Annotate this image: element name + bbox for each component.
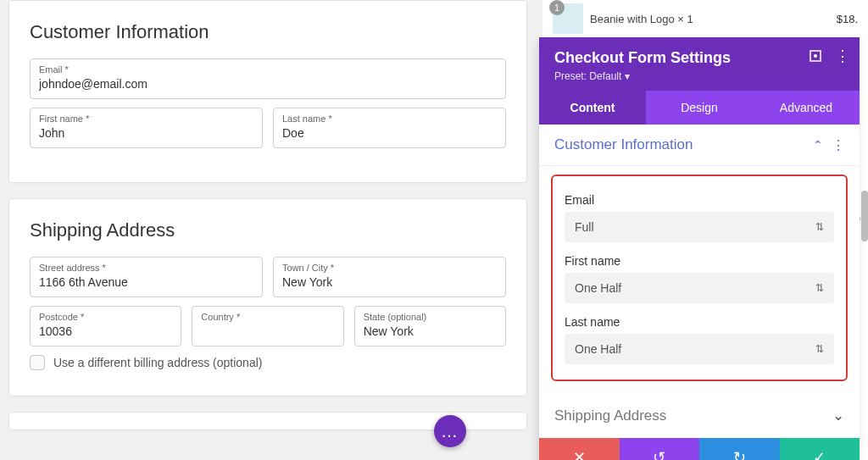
panel-header[interactable]: Checkout Form Settings Preset: Default ▾… [539, 37, 860, 91]
last-name-field[interactable]: Last name * [273, 108, 506, 148]
sort-icon: ⇅ [815, 343, 824, 355]
field-width-options-box: Email Full ⇅ First name One Half ⇅ Last … [551, 175, 848, 381]
customer-info-heading: Customer Information [30, 21, 506, 43]
kebab-menu-icon[interactable]: ⋮ [836, 49, 849, 63]
close-icon: ✕ [573, 448, 586, 460]
sort-icon: ⇅ [815, 282, 824, 294]
opt-last-value: One Half [575, 342, 621, 356]
country-input[interactable] [201, 324, 334, 338]
shipping-card: Shipping Address Street address * Town /… [8, 198, 527, 396]
caret-down-icon: ▾ [621, 70, 629, 82]
town-input[interactable] [282, 275, 497, 289]
first-name-field[interactable]: First name * [30, 108, 263, 148]
street-field[interactable]: Street address * [30, 257, 263, 297]
last-name-input[interactable] [282, 126, 497, 140]
opt-email-select[interactable]: Full ⇅ [565, 212, 834, 242]
settings-panel: Checkout Form Settings Preset: Default ▾… [539, 37, 860, 460]
cart-qty-badge: 1 [549, 0, 565, 15]
panel-action-bar: ✕ ↺ ↻ ✓ [539, 438, 860, 460]
diff-billing-label: Use a different billing address (optiona… [53, 356, 262, 369]
email-label: Email * [39, 64, 497, 75]
tab-design[interactable]: Design [646, 91, 753, 125]
panel-tabs: Content Design Advanced [539, 91, 860, 125]
sort-icon: ⇅ [815, 221, 824, 233]
last-name-label: Last name * [282, 114, 497, 124]
opt-last-label: Last name [565, 315, 834, 329]
cart-item-price: $18. [837, 13, 858, 25]
section-kebab-icon[interactable]: ⋮ [832, 137, 844, 153]
section-customer-info-head[interactable]: Customer Information ⌃ ⋮ [539, 125, 860, 166]
opt-first-select[interactable]: One Half ⇅ [565, 273, 834, 303]
diff-billing-checkbox[interactable] [30, 355, 45, 370]
cart-item-thumb: 1 [553, 3, 583, 34]
opt-last-select[interactable]: One Half ⇅ [565, 334, 834, 364]
state-input[interactable] [364, 324, 497, 338]
email-input[interactable] [39, 77, 497, 91]
postcode-field[interactable]: Postcode * [30, 306, 181, 346]
chevron-up-icon[interactable]: ⌃ [813, 138, 823, 152]
undo-icon: ↺ [653, 448, 665, 460]
cart-item-title: Beanie with Logo × 1 [590, 13, 693, 25]
section-customer-info-title: Customer Information [554, 136, 813, 153]
shipping-heading: Shipping Address [30, 219, 506, 241]
undo-button[interactable]: ↺ [620, 438, 700, 460]
first-name-input[interactable] [39, 126, 253, 140]
opt-email-label: Email [565, 193, 834, 207]
redo-icon: ↻ [733, 448, 746, 460]
confirm-button[interactable]: ✓ [780, 438, 860, 460]
town-label: Town / City * [282, 263, 497, 273]
svg-point-1 [814, 54, 817, 58]
town-field[interactable]: Town / City * [273, 257, 506, 297]
cancel-button[interactable]: ✕ [539, 438, 620, 460]
dots-horizontal-icon: … [441, 422, 459, 441]
customer-info-card: Customer Information Email * First name … [8, 0, 527, 183]
country-field[interactable]: Country * [192, 306, 343, 346]
section-shipping-title: Shipping Address [554, 407, 666, 424]
state-label: State (optional) [364, 312, 497, 322]
country-label: Country * [201, 312, 334, 322]
opt-email-value: Full [575, 220, 594, 234]
street-input[interactable] [39, 275, 253, 289]
postcode-input[interactable] [39, 324, 172, 338]
postcode-label: Postcode * [39, 312, 172, 322]
panel-title: Checkout Form Settings [554, 49, 844, 67]
floating-action-button[interactable]: … [434, 415, 466, 447]
state-field[interactable]: State (optional) [354, 306, 506, 346]
opt-first-value: One Half [575, 281, 621, 295]
diff-billing-row[interactable]: Use a different billing address (optiona… [30, 355, 506, 370]
check-icon: ✓ [813, 448, 826, 460]
redo-button[interactable]: ↻ [699, 438, 780, 460]
first-name-label: First name * [39, 114, 253, 124]
tab-content[interactable]: Content [539, 91, 646, 125]
scrollbar-thumb[interactable] [861, 191, 868, 241]
tab-advanced[interactable]: Advanced [753, 91, 860, 125]
email-field[interactable]: Email * [30, 58, 506, 99]
panel-preset[interactable]: Preset: Default ▾ [554, 70, 844, 82]
section-shipping-head[interactable]: Shipping Address ⌄ [539, 393, 860, 438]
expand-icon[interactable] [809, 49, 822, 63]
opt-first-label: First name [565, 254, 834, 268]
chevron-down-icon[interactable]: ⌄ [832, 407, 844, 424]
street-label: Street address * [39, 263, 253, 273]
cart-line-item: 1 Beanie with Logo × 1 $18. [542, 0, 868, 34]
